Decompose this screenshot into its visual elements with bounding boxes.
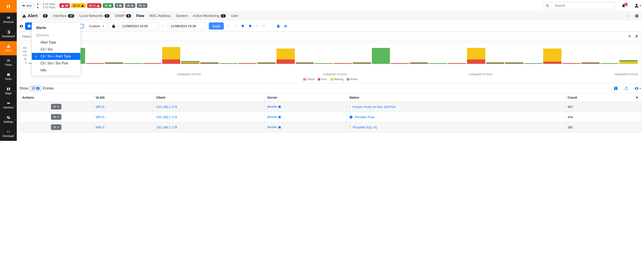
sidebar-item-interface[interactable]: Interface ▸ [0,98,17,112]
sidebar-item-maps[interactable]: Maps ▸ [0,84,17,98]
bar-column[interactable] [581,62,600,64]
client-link[interactable]: 192.168.2.178 [156,105,177,108]
bar-column[interactable] [486,62,504,64]
badge-networks[interactable]: 15 [125,3,136,8]
nav-right-icon[interactable]: → [234,24,237,28]
back-arrow-icon[interactable]: ← [627,13,631,18]
bar-column[interactable] [524,63,542,64]
bar-column[interactable] [86,63,104,64]
client-link[interactable]: 192.168.2.178 [156,115,177,119]
search-button[interactable] [543,2,552,9]
date-from-input[interactable] [120,22,159,30]
bar-column[interactable] [220,63,238,64]
tab-interface[interactable]: Interface19 [53,14,74,18]
columns-icon[interactable] [614,86,618,90]
add-filter-icon[interactable]: + [628,34,631,39]
bar-column[interactable] [448,63,466,64]
row-action-button[interactable]: ▼ [51,124,62,130]
bar-column[interactable] [238,63,257,64]
badge-warning[interactable]: 12 [71,3,86,8]
tab-mac[interactable]: MAC Address [149,14,171,18]
camera-icon[interactable] [284,24,288,28]
row-action-button[interactable]: ▼ [51,104,62,110]
bar-column[interactable] [372,48,390,64]
vlan-link[interactable]: MPLS [96,105,104,108]
zoom-in-icon[interactable] [241,24,245,28]
client-link[interactable]: 192.168.2.178 [156,126,177,129]
bar-column[interactable] [162,47,180,64]
badge-devices[interactable]: 5 [115,3,124,8]
bar-column[interactable] [181,61,200,64]
bar-column[interactable] [429,63,447,64]
link-icon[interactable] [269,24,272,28]
status-link[interactable]: Periodic Flow [355,115,374,119]
tab-hidden[interactable]: 5 [43,14,48,18]
bar-column[interactable] [620,60,638,64]
tab-flow[interactable]: Flow [136,14,144,18]
dd-alert-type[interactable]: Alert Type [32,39,80,46]
calendar-button[interactable] [110,22,118,30]
status-link[interactable]: Known Proto on Non Std Port [353,105,396,108]
logo[interactable]: n [0,0,17,13]
sidebar-item-shortcuts[interactable]: Shortcuts ▸ [0,13,17,27]
undo-icon[interactable]: ↶ [256,24,259,28]
tab-local-networks[interactable]: Local Networks2 [80,14,110,18]
server-link[interactable]: devele [267,105,281,108]
apply-button[interactable]: Apply [209,22,224,30]
dd-cli-srv[interactable]: Cli / Srv [32,46,80,53]
bar-column[interactable] [562,63,581,64]
th-vlan[interactable]: VLAN [93,94,154,102]
th-server[interactable]: Server [264,94,346,102]
bar-column[interactable] [143,63,161,64]
zoom-out-icon[interactable] [249,24,252,28]
tab-active-monitoring[interactable]: Active Monitoring1 [193,14,226,18]
sidebar-item-developer[interactable]: Developer ▸ [0,127,17,141]
sidebar-item-hosts[interactable]: Hosts ▸ [0,70,17,84]
badge-hosts[interactable]: 33 [103,3,113,8]
bar-column[interactable] [314,63,333,64]
tab-snmp[interactable]: SNMP6 [115,14,131,18]
entries-select[interactable]: 10 ▴▾ [30,86,41,91]
th-count[interactable]: Count▼ [565,94,642,102]
bar-column[interactable] [334,63,352,64]
preset-select[interactable]: Custom ▼ [86,22,108,30]
server-link[interactable]: devele [267,125,281,129]
eye-icon[interactable] [20,24,23,28]
bar-column[interactable] [505,62,524,64]
sidebar-item-alerts[interactable]: Alerts ▸ [0,41,17,56]
bar-column[interactable] [200,62,218,64]
bar-column[interactable] [353,62,371,64]
bar-column[interactable] [276,48,295,64]
refresh-table-icon[interactable] [624,86,628,90]
row-action-button[interactable]: ▼ [51,114,62,120]
bar-column[interactable] [467,48,485,64]
bar-column[interactable] [105,62,123,64]
bar-column[interactable] [600,63,619,64]
badge-critical[interactable]: 36 [60,3,70,8]
server-link[interactable]: devele [267,115,281,119]
bar-column[interactable] [296,62,314,64]
dd-cli-srv-alert-type[interactable]: Cli / Srv / Alert Type [32,53,80,60]
bar-column[interactable] [410,62,428,64]
bar-column[interactable] [258,62,276,64]
dd-info[interactable]: Info [32,67,80,74]
badge-flows[interactable]: 76 [137,3,147,8]
badge-error[interactable]: 10 [87,3,102,8]
chart-bars[interactable] [28,46,638,64]
user-menu[interactable]: ▼ [634,4,642,8]
sidebar-item-settings[interactable]: Settings ▸ [0,112,17,127]
date-to-input[interactable] [168,22,207,30]
th-actions[interactable]: Actions [20,94,93,102]
vlan-link[interactable]: MPLS [96,126,104,129]
bar-column[interactable] [543,48,562,64]
sidebar-item-flows[interactable]: Flows ▸ [0,55,17,70]
status-link[interactable]: Possible SQL Inj [353,126,377,129]
help-icon[interactable]: ? [635,14,639,18]
vlan-link[interactable]: MPLS [96,115,104,119]
search-input[interactable] [552,2,615,9]
bar-column[interactable] [391,63,409,64]
dd-cli-srv-port[interactable]: Cli / Srv / Srv Port [32,60,80,67]
tab-user[interactable]: User [231,14,238,18]
document-icon[interactable] [276,24,280,28]
nav-left-icon[interactable]: ← [227,24,230,28]
